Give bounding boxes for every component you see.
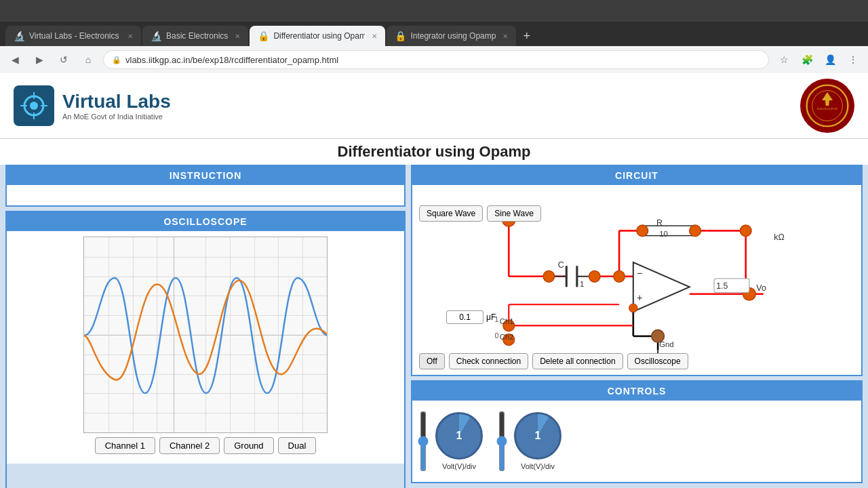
oscilloscope-header: OSCILLOSCOPE	[7, 212, 404, 231]
waveform-svg	[84, 237, 328, 433]
circuit-bottom-buttons: Off Check connection Delete all connecti…	[419, 353, 688, 369]
ch2-knob[interactable]: 1	[514, 412, 561, 460]
svg-text:10: 10	[659, 230, 668, 238]
svg-rect-33	[644, 226, 693, 236]
svg-text:KHARAGPUR: KHARAGPUR	[817, 107, 838, 110]
svg-text:+: +	[637, 292, 642, 303]
channel1-btn[interactable]: Channel 1	[95, 437, 155, 454]
svg-point-52	[629, 304, 637, 312]
scope-buttons: Channel 1 Channel 2 Ground Dual	[12, 433, 399, 458]
scope-grid	[83, 237, 328, 433]
content-layout: INSTRUCTION OSCILLOSCOPE	[0, 165, 868, 488]
url-text: vlabs.iitkgp.ac.in/be/exp18/rcdifferenti…	[125, 55, 760, 65]
circuit-content: − +	[412, 185, 861, 375]
menu-button[interactable]: ⋮	[844, 50, 863, 69]
controls-panel: CONTROLS 1 Volt(V)/div	[411, 380, 863, 483]
ch1-knob-container: 1 Volt(V)/div	[435, 412, 483, 470]
svg-text:Gnd: Gnd	[659, 340, 674, 348]
circuit-header: CIRCUIT	[412, 166, 861, 185]
svg-point-47	[740, 225, 751, 237]
svg-text:0: 0	[495, 332, 499, 340]
logo-subtitle: An MoE Govt of India Initiative	[62, 113, 171, 121]
right-panel: CIRCUIT	[411, 165, 863, 488]
wave-buttons: Square Wave Sine Wave	[419, 205, 541, 222]
tab-bar: 🔬 Virtual Labs - Electronics & Com... ✕ …	[0, 22, 868, 46]
svg-text:1.5: 1.5	[716, 281, 728, 291]
svg-rect-12	[826, 100, 829, 106]
oscilloscope-btn[interactable]: Oscilloscope	[627, 353, 688, 369]
svg-text:−: −	[637, 268, 642, 279]
svg-text:Vo: Vo	[756, 283, 766, 293]
channel1-controls: 1 Volt(V)/div	[418, 406, 483, 476]
left-panel: INSTRUCTION OSCILLOSCOPE	[5, 165, 406, 488]
ch1-knob[interactable]: 1	[435, 412, 483, 460]
tab-close-2[interactable]: ✕	[372, 33, 377, 40]
channel2-wave	[84, 281, 328, 380]
delete-connection-btn[interactable]: Delete all connection	[532, 353, 623, 369]
svg-text:C: C	[558, 260, 564, 270]
sine-wave-btn[interactable]: Sine Wave	[487, 205, 541, 222]
dual-btn[interactable]: Dual	[278, 437, 317, 454]
ch1-knob-value: 1	[456, 430, 462, 442]
extensions-button[interactable]: 🧩	[797, 50, 816, 69]
svg-text:1: 1	[580, 280, 584, 288]
address-bar[interactable]: 🔒 vlabs.iitkgp.ac.in/be/exp18/rcdifferen…	[103, 50, 769, 69]
home-button[interactable]: ⌂	[79, 50, 98, 69]
profile-button[interactable]: 👤	[821, 50, 840, 69]
channel2-btn[interactable]: Channel 2	[159, 437, 220, 454]
tab-basic-electronics[interactable]: 🔬 Basic Electronics ✕	[142, 26, 248, 46]
logo-title: Virtual Labs	[62, 91, 171, 113]
tab-close-1[interactable]: ✕	[235, 33, 240, 40]
svg-point-2	[30, 102, 38, 110]
off-btn[interactable]: Off	[419, 353, 445, 369]
nav-icons: ☆ 🧩 👤 ⋮	[774, 50, 863, 69]
oscilloscope-content: Channel 1 Channel 2 Ground Dual	[7, 231, 404, 464]
svg-point-45	[637, 225, 648, 237]
ch1-slider[interactable]	[418, 411, 429, 472]
page-content: Virtual Labs An MoE Govt of India Initia…	[0, 73, 868, 488]
ch2-knob-container: 1 Volt(V)/div	[514, 412, 561, 470]
svg-point-42	[543, 271, 555, 283]
channel1-wave	[84, 278, 328, 393]
new-tab-button[interactable]: +	[517, 26, 536, 46]
page-title: Differentiator using Opamp	[0, 139, 868, 165]
c-unit-label: μF	[486, 312, 496, 322]
instruction-header: INSTRUCTION	[7, 166, 404, 185]
ch2-knob-label: Volt(V)/div	[521, 462, 555, 470]
tab-integrator[interactable]: 🔒 Integrator using Opamp ✕	[387, 26, 516, 46]
logo-area: Virtual Labs An MoE Govt of India Initia…	[14, 85, 171, 126]
oscilloscope-panel: OSCILLOSCOPE	[5, 211, 406, 488]
c-input-area: μF	[446, 310, 496, 324]
svg-point-44	[614, 271, 625, 283]
instruction-panel: INSTRUCTION	[5, 165, 406, 207]
svg-point-46	[690, 225, 701, 237]
svg-point-43	[589, 271, 600, 283]
back-button[interactable]: ◀	[5, 50, 24, 69]
c-value-input[interactable]	[446, 310, 484, 324]
security-icon: 🔒	[112, 56, 121, 64]
tab-close-3[interactable]: ✕	[502, 33, 508, 40]
nav-bar: ◀ ▶ ↺ ⌂ 🔒 vlabs.iitkgp.ac.in/be/exp18/rc…	[0, 46, 868, 73]
iit-logo: IIT KHARAGPUR	[800, 79, 854, 133]
square-wave-btn[interactable]: Square Wave	[419, 205, 483, 222]
ground-btn[interactable]: Ground	[224, 437, 273, 454]
browser-chrome	[0, 0, 868, 22]
check-connection-btn[interactable]: Check connection	[449, 353, 528, 369]
ch2-slider[interactable]	[496, 411, 507, 472]
site-header: Virtual Labs An MoE Govt of India Initia…	[0, 73, 868, 139]
logo-icon	[14, 85, 54, 126]
bookmark-button[interactable]: ☆	[774, 50, 793, 69]
controls-content: 1 Volt(V)/div 1 Volt(V)/div	[412, 401, 861, 482]
svg-text:kΩ: kΩ	[774, 232, 785, 242]
forward-button[interactable]: ▶	[30, 50, 49, 69]
svg-text:R: R	[656, 218, 663, 228]
tab-virtual-labs[interactable]: 🔬 Virtual Labs - Electronics & Com... ✕	[5, 26, 141, 46]
channel2-controls: 1 Volt(V)/div	[496, 406, 561, 476]
circuit-panel: CIRCUIT	[411, 165, 863, 376]
tab-differentiator[interactable]: 🔒 Differentiator using Opamp ✕	[250, 26, 385, 46]
logo-text: Virtual Labs An MoE Govt of India Initia…	[62, 91, 171, 121]
instruction-content	[7, 185, 404, 205]
reload-button[interactable]: ↺	[54, 50, 73, 69]
ch1-knob-label: Volt(V)/div	[442, 462, 476, 470]
tab-close-0[interactable]: ✕	[127, 33, 133, 40]
